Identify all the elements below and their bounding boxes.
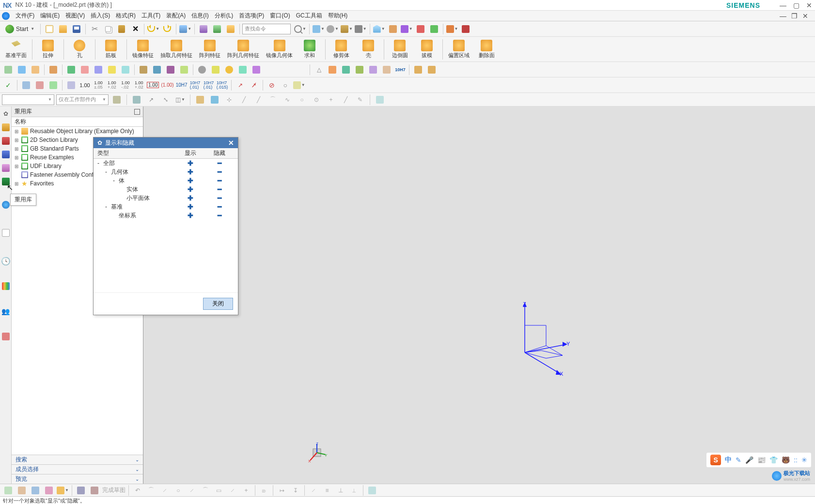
sketch-btn[interactable]: ↶ xyxy=(131,484,144,497)
ribbon-offset-region[interactable]: 偏置区域 xyxy=(445,38,473,61)
rail-hd3d[interactable] xyxy=(1,200,10,209)
util-btn[interactable] xyxy=(367,63,379,76)
view-6[interactable] xyxy=(387,23,399,35)
cut-button[interactable]: ✂ xyxy=(88,23,101,35)
show-button[interactable]: ✚ xyxy=(188,194,193,202)
hide-button[interactable]: ━ xyxy=(218,159,221,167)
rail-system[interactable] xyxy=(1,332,10,341)
tree-item[interactable]: ⊞Reusable Object Library (Example Only) xyxy=(12,127,143,136)
dim-tol[interactable]: 1.00+.02 xyxy=(133,79,145,92)
dim-fit4[interactable]: 10H7(.015) xyxy=(216,79,229,92)
util-btn[interactable] xyxy=(412,63,424,76)
dim-btn[interactable] xyxy=(20,79,32,92)
filter-btn[interactable] xyxy=(110,93,123,106)
sketch-btn[interactable] xyxy=(75,484,87,497)
dim-btn[interactable]: ▼ xyxy=(293,79,306,92)
util-btn[interactable]: △ xyxy=(313,63,325,76)
type-filter-combo[interactable]: ▼ xyxy=(2,94,54,105)
tray-item[interactable]: 📰 xyxy=(757,456,766,464)
mdi-close[interactable]: ✕ xyxy=(802,12,808,20)
view-4[interactable]: ▼ xyxy=(354,23,367,35)
util-btn[interactable] xyxy=(2,63,15,76)
show-button[interactable]: ✚ xyxy=(188,159,193,167)
panel-pin[interactable] xyxy=(134,109,140,115)
sketch-btn[interactable]: ⟋ xyxy=(226,484,239,497)
tool-b[interactable] xyxy=(197,23,210,35)
util-btn[interactable] xyxy=(47,63,60,76)
sketch-btn[interactable] xyxy=(2,484,15,497)
tool-c[interactable] xyxy=(211,23,223,35)
sketch-btn[interactable] xyxy=(29,484,42,497)
expand-icon[interactable]: ⊞ xyxy=(15,164,19,169)
filter-btn[interactable]: ╱ xyxy=(252,93,265,106)
hide-button[interactable]: ━ xyxy=(218,185,221,193)
view-2[interactable]: ▼ xyxy=(326,23,339,35)
expand-icon[interactable]: ⊞ xyxy=(15,146,19,152)
hide-button[interactable]: ━ xyxy=(218,168,221,176)
dim-fit3[interactable]: 10H7(.01) xyxy=(203,79,215,92)
ribbon-unite[interactable]: 求和 xyxy=(296,38,323,61)
sketch-btn[interactable]: ≡ xyxy=(321,484,333,497)
sketch-btn[interactable]: ⟂ xyxy=(348,484,360,497)
new-button[interactable] xyxy=(43,23,56,35)
sketch-btn[interactable]: ▭ xyxy=(213,484,225,497)
sketch-btn[interactable]: + xyxy=(240,484,252,497)
dim-basic[interactable]: (1.00) xyxy=(160,79,174,92)
ribbon-pattern-geo[interactable]: 阵列几何特征 xyxy=(224,38,263,61)
util-btn[interactable] xyxy=(16,63,28,76)
redo-button[interactable] xyxy=(161,23,173,35)
close-button[interactable]: ✕ xyxy=(806,1,812,9)
sketch-btn[interactable]: 完成草图 xyxy=(102,484,126,497)
util-btn[interactable] xyxy=(236,63,249,76)
dim-btn[interactable]: ✓ xyxy=(2,79,15,92)
menu-analysis[interactable]: 分析(L) xyxy=(212,11,236,21)
dim-fit2[interactable]: 10H7(.01) xyxy=(189,79,202,92)
dialog-titlebar[interactable]: ✿ 显示和隐藏 ✕ xyxy=(94,137,238,148)
util-btn[interactable] xyxy=(29,63,42,76)
rail-browser[interactable] xyxy=(1,229,10,237)
expand-toggle[interactable]: - xyxy=(105,203,111,210)
show-button[interactable]: ✚ xyxy=(188,203,193,211)
ribbon-mirror-feature[interactable]: 镜像特征 xyxy=(129,38,157,61)
show-button[interactable]: ✚ xyxy=(188,168,193,176)
util-btn[interactable] xyxy=(340,63,352,76)
filter-btn[interactable] xyxy=(208,93,221,106)
ribbon-edge-blend[interactable]: 边倒圆 xyxy=(386,38,413,61)
util-btn[interactable]: 10H7 xyxy=(394,63,407,76)
dim-btn[interactable]: ↗ xyxy=(234,79,247,92)
sketch-btn[interactable]: ○ xyxy=(172,484,185,497)
menu-format[interactable]: 格式(R) xyxy=(113,11,139,21)
ime-lang[interactable]: 中 xyxy=(725,456,732,464)
sketch-btn[interactable]: ⎄ xyxy=(258,484,270,497)
dim-fit[interactable]: 10H7 xyxy=(175,79,188,92)
sketch-btn[interactable]: ⊥ xyxy=(334,484,347,497)
hide-button[interactable]: ━ xyxy=(218,212,221,219)
sketch-btn[interactable]: ⌒ xyxy=(145,484,157,497)
util-btn[interactable] xyxy=(119,63,132,76)
expand-icon[interactable]: ⊞ xyxy=(15,181,19,186)
ribbon-delete-face[interactable]: 删除面 xyxy=(473,38,500,61)
menu-file[interactable]: 文件(F) xyxy=(13,11,37,21)
util-btn[interactable] xyxy=(178,63,190,76)
util-btn[interactable] xyxy=(326,63,339,76)
filter-btn[interactable]: ∿ xyxy=(281,93,294,106)
tool-d[interactable] xyxy=(224,23,237,35)
show-button[interactable]: ✚ xyxy=(188,185,193,193)
dim-btn[interactable] xyxy=(65,79,78,92)
sketch-btn[interactable]: ↦ xyxy=(276,484,288,497)
expand-icon[interactable]: ⊞ xyxy=(15,155,19,160)
view-3[interactable]: ▼ xyxy=(340,23,353,35)
sketch-btn[interactable]: ⟋ xyxy=(186,484,198,497)
tray-item[interactable]: ✎ xyxy=(736,456,741,464)
dim-btn[interactable]: ↗̸ xyxy=(248,79,260,92)
open-button[interactable] xyxy=(57,23,69,35)
filter-btn[interactable] xyxy=(194,93,206,106)
sketch-btn[interactable]: ⟋ xyxy=(158,484,171,497)
util-btn[interactable] xyxy=(250,63,263,76)
util-btn[interactable] xyxy=(65,63,78,76)
view-7[interactable]: ▼ xyxy=(400,23,413,35)
rail-process[interactable] xyxy=(1,282,10,290)
ribbon-draft[interactable]: 拔模 xyxy=(413,38,440,61)
undo-button[interactable]: ▼ xyxy=(147,23,160,35)
menu-insert[interactable]: 插入(S) xyxy=(88,11,113,21)
